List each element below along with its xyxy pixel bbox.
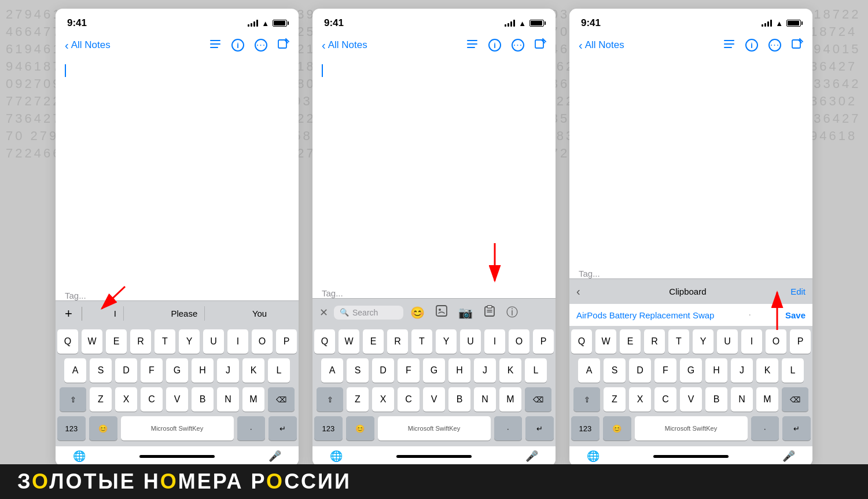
more-icon-3[interactable]: ··· bbox=[768, 39, 781, 52]
key-123-2[interactable]: 123 bbox=[314, 416, 343, 441]
key-dot-1[interactable]: · bbox=[237, 416, 266, 441]
globe-icon-1[interactable]: 🌐 bbox=[73, 450, 86, 463]
key-space-1[interactable]: Microsoft SwiftKey bbox=[121, 416, 234, 441]
key-m-1[interactable]: M bbox=[242, 387, 264, 412]
list-icon-1[interactable] bbox=[209, 39, 221, 51]
pred-word-3[interactable]: You bbox=[245, 306, 274, 321]
key-u-3[interactable]: U bbox=[717, 329, 738, 354]
key-dot-2[interactable]: · bbox=[494, 416, 523, 441]
mic-icon-2[interactable]: 🎤 bbox=[525, 450, 538, 463]
key-x-1[interactable]: X bbox=[115, 387, 137, 412]
key-emoji-2[interactable]: 😊 bbox=[346, 416, 374, 441]
key-shift-2[interactable]: ⇧ bbox=[317, 387, 343, 412]
key-b-2[interactable]: B bbox=[448, 387, 470, 412]
key-space-3[interactable]: Microsoft SwiftKey bbox=[635, 416, 748, 441]
key-j-3[interactable]: J bbox=[731, 358, 753, 383]
key-a-3[interactable]: A bbox=[578, 358, 600, 383]
key-d-3[interactable]: D bbox=[629, 358, 651, 383]
key-123-1[interactable]: 123 bbox=[57, 416, 86, 441]
key-v-3[interactable]: V bbox=[680, 387, 702, 412]
key-space-2[interactable]: Microsoft SwiftKey bbox=[378, 416, 491, 441]
sticker-toolbar-2[interactable] bbox=[432, 304, 451, 320]
key-n-1[interactable]: N bbox=[217, 387, 239, 412]
key-o-1[interactable]: O bbox=[252, 329, 273, 354]
key-r-1[interactable]: R bbox=[130, 329, 151, 354]
key-m-2[interactable]: M bbox=[499, 387, 521, 412]
note-area-3[interactable]: Tag... bbox=[569, 60, 812, 278]
key-v-2[interactable]: V bbox=[423, 387, 445, 412]
key-x-3[interactable]: X bbox=[629, 387, 651, 412]
key-i-2[interactable]: I bbox=[484, 329, 505, 354]
key-a-1[interactable]: A bbox=[64, 358, 86, 383]
compose-icon-3[interactable] bbox=[792, 38, 803, 52]
key-x-2[interactable]: X bbox=[372, 387, 394, 412]
key-k-3[interactable]: K bbox=[756, 358, 778, 383]
key-l-1[interactable]: L bbox=[268, 358, 290, 383]
key-o-3[interactable]: O bbox=[766, 329, 786, 354]
plus-button-1[interactable]: + bbox=[60, 304, 77, 324]
key-g-3[interactable]: G bbox=[680, 358, 702, 383]
key-j-2[interactable]: J bbox=[474, 358, 496, 383]
key-n-3[interactable]: N bbox=[731, 387, 753, 412]
key-dot-3[interactable]: · bbox=[751, 416, 779, 441]
key-c-2[interactable]: C bbox=[398, 387, 420, 412]
more-icon-1[interactable]: ··· bbox=[255, 39, 267, 52]
key-r-3[interactable]: R bbox=[644, 329, 665, 354]
key-w-3[interactable]: W bbox=[595, 329, 616, 354]
key-r-2[interactable]: R bbox=[387, 329, 408, 354]
key-o-2[interactable]: O bbox=[509, 329, 529, 354]
mic-icon-1[interactable]: 🎤 bbox=[269, 450, 281, 463]
key-f-3[interactable]: F bbox=[654, 358, 676, 383]
key-i-1[interactable]: I bbox=[227, 329, 248, 354]
key-k-2[interactable]: K bbox=[499, 358, 521, 383]
key-f-2[interactable]: F bbox=[398, 358, 420, 383]
back-button-3[interactable]: ‹ All Notes bbox=[579, 39, 624, 51]
key-e-3[interactable]: E bbox=[620, 329, 641, 354]
key-backspace-1[interactable]: ⌫ bbox=[268, 387, 295, 412]
key-g-2[interactable]: G bbox=[423, 358, 445, 383]
key-g-1[interactable]: G bbox=[166, 358, 188, 383]
key-h-2[interactable]: H bbox=[448, 358, 470, 383]
key-emoji-1[interactable]: 😊 bbox=[89, 416, 117, 441]
key-backspace-2[interactable]: ⌫ bbox=[525, 387, 551, 412]
key-c-1[interactable]: C bbox=[141, 387, 163, 412]
key-d-1[interactable]: D bbox=[115, 358, 137, 383]
close-toolbar-2[interactable]: ✕ bbox=[317, 305, 330, 320]
clipboard-chevron-3[interactable]: ‹ bbox=[576, 285, 585, 298]
globe-icon-3[interactable]: 🌐 bbox=[587, 450, 599, 463]
pred-word-2[interactable]: Please bbox=[164, 306, 205, 321]
key-w-1[interactable]: W bbox=[82, 329, 102, 354]
key-p-3[interactable]: P bbox=[790, 329, 811, 354]
compose-icon-2[interactable] bbox=[535, 38, 546, 52]
key-c-3[interactable]: C bbox=[654, 387, 676, 412]
key-u-1[interactable]: U bbox=[203, 329, 224, 354]
key-s-3[interactable]: S bbox=[604, 358, 626, 383]
clipboard-save-btn-3[interactable]: Save bbox=[785, 310, 806, 320]
key-t-3[interactable]: T bbox=[668, 329, 689, 354]
search-bar-2[interactable]: 🔍 Search bbox=[334, 306, 403, 320]
key-h-1[interactable]: H bbox=[192, 358, 214, 383]
key-shift-3[interactable]: ⇧ bbox=[573, 387, 600, 412]
key-b-1[interactable]: B bbox=[192, 387, 214, 412]
key-s-1[interactable]: S bbox=[90, 358, 112, 383]
list-icon-3[interactable] bbox=[723, 39, 735, 51]
clipboard-edit-3[interactable]: Edit bbox=[790, 287, 806, 296]
clipboard-suggestion-text-3[interactable]: AirPods Battery Replacement Swap bbox=[576, 310, 714, 320]
key-z-1[interactable]: Z bbox=[90, 387, 112, 412]
key-e-1[interactable]: E bbox=[106, 329, 127, 354]
back-button-2[interactable]: ‹ All Notes bbox=[322, 39, 367, 51]
note-area-2[interactable]: Tag... bbox=[312, 60, 556, 298]
emoji-toolbar-2[interactable]: 😊 bbox=[407, 306, 428, 320]
key-z-3[interactable]: Z bbox=[604, 387, 626, 412]
key-b-3[interactable]: B bbox=[705, 387, 727, 412]
globe-icon-2[interactable]: 🌐 bbox=[330, 450, 343, 463]
key-shift-1[interactable]: ⇧ bbox=[60, 387, 86, 412]
key-y-2[interactable]: Y bbox=[436, 329, 457, 354]
compose-icon-1[interactable] bbox=[278, 38, 289, 52]
key-j-1[interactable]: J bbox=[217, 358, 239, 383]
key-y-1[interactable]: Y bbox=[179, 329, 200, 354]
key-l-2[interactable]: L bbox=[525, 358, 547, 383]
key-a-2[interactable]: A bbox=[321, 358, 343, 383]
key-return-1[interactable]: ↵ bbox=[269, 416, 297, 441]
back-button-1[interactable]: ‹ All Notes bbox=[65, 39, 111, 51]
